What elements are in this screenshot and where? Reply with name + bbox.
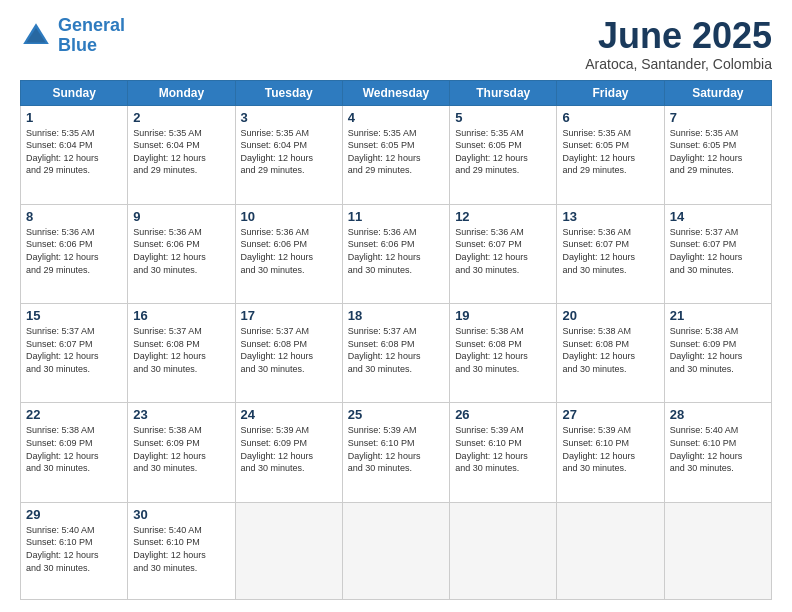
- page: General Blue June 2025 Aratoca, Santande…: [0, 0, 792, 612]
- day-info: Sunrise: 5:35 AM Sunset: 6:05 PM Dayligh…: [348, 127, 444, 177]
- day-number: 13: [562, 209, 658, 224]
- day-number: 27: [562, 407, 658, 422]
- day-info: Sunrise: 5:37 AM Sunset: 6:08 PM Dayligh…: [348, 325, 444, 375]
- day-number: 20: [562, 308, 658, 323]
- day-number: 23: [133, 407, 229, 422]
- calendar-week-row: 1Sunrise: 5:35 AM Sunset: 6:04 PM Daylig…: [21, 105, 772, 204]
- title-block: June 2025 Aratoca, Santander, Colombia: [585, 16, 772, 72]
- table-row: 11Sunrise: 5:36 AM Sunset: 6:06 PM Dayli…: [342, 204, 449, 303]
- calendar-table: Sunday Monday Tuesday Wednesday Thursday…: [20, 80, 772, 600]
- col-wednesday: Wednesday: [342, 80, 449, 105]
- table-row: 21Sunrise: 5:38 AM Sunset: 6:09 PM Dayli…: [664, 304, 771, 403]
- day-number: 30: [133, 507, 229, 522]
- day-number: 15: [26, 308, 122, 323]
- table-row: [450, 502, 557, 599]
- day-number: 11: [348, 209, 444, 224]
- day-info: Sunrise: 5:38 AM Sunset: 6:09 PM Dayligh…: [26, 424, 122, 474]
- day-info: Sunrise: 5:40 AM Sunset: 6:10 PM Dayligh…: [26, 524, 122, 574]
- table-row: 15Sunrise: 5:37 AM Sunset: 6:07 PM Dayli…: [21, 304, 128, 403]
- day-number: 14: [670, 209, 766, 224]
- day-number: 8: [26, 209, 122, 224]
- day-number: 22: [26, 407, 122, 422]
- day-info: Sunrise: 5:38 AM Sunset: 6:09 PM Dayligh…: [670, 325, 766, 375]
- table-row: 2Sunrise: 5:35 AM Sunset: 6:04 PM Daylig…: [128, 105, 235, 204]
- day-info: Sunrise: 5:37 AM Sunset: 6:08 PM Dayligh…: [241, 325, 337, 375]
- day-info: Sunrise: 5:36 AM Sunset: 6:06 PM Dayligh…: [241, 226, 337, 276]
- day-number: 5: [455, 110, 551, 125]
- day-info: Sunrise: 5:36 AM Sunset: 6:06 PM Dayligh…: [26, 226, 122, 276]
- table-row: [342, 502, 449, 599]
- day-number: 25: [348, 407, 444, 422]
- day-number: 28: [670, 407, 766, 422]
- day-number: 21: [670, 308, 766, 323]
- calendar-header-row: Sunday Monday Tuesday Wednesday Thursday…: [21, 80, 772, 105]
- table-row: 8Sunrise: 5:36 AM Sunset: 6:06 PM Daylig…: [21, 204, 128, 303]
- table-row: 23Sunrise: 5:38 AM Sunset: 6:09 PM Dayli…: [128, 403, 235, 502]
- day-number: 1: [26, 110, 122, 125]
- table-row: 6Sunrise: 5:35 AM Sunset: 6:05 PM Daylig…: [557, 105, 664, 204]
- day-info: Sunrise: 5:38 AM Sunset: 6:09 PM Dayligh…: [133, 424, 229, 474]
- day-info: Sunrise: 5:35 AM Sunset: 6:04 PM Dayligh…: [133, 127, 229, 177]
- day-info: Sunrise: 5:35 AM Sunset: 6:05 PM Dayligh…: [455, 127, 551, 177]
- day-info: Sunrise: 5:35 AM Sunset: 6:05 PM Dayligh…: [562, 127, 658, 177]
- table-row: 22Sunrise: 5:38 AM Sunset: 6:09 PM Dayli…: [21, 403, 128, 502]
- day-info: Sunrise: 5:37 AM Sunset: 6:08 PM Dayligh…: [133, 325, 229, 375]
- table-row: 4Sunrise: 5:35 AM Sunset: 6:05 PM Daylig…: [342, 105, 449, 204]
- table-row: 3Sunrise: 5:35 AM Sunset: 6:04 PM Daylig…: [235, 105, 342, 204]
- table-row: 30Sunrise: 5:40 AM Sunset: 6:10 PM Dayli…: [128, 502, 235, 599]
- day-info: Sunrise: 5:39 AM Sunset: 6:10 PM Dayligh…: [562, 424, 658, 474]
- day-info: Sunrise: 5:38 AM Sunset: 6:08 PM Dayligh…: [455, 325, 551, 375]
- day-number: 4: [348, 110, 444, 125]
- table-row: 26Sunrise: 5:39 AM Sunset: 6:10 PM Dayli…: [450, 403, 557, 502]
- day-number: 17: [241, 308, 337, 323]
- logo-text: General Blue: [58, 16, 125, 56]
- calendar-week-row: 8Sunrise: 5:36 AM Sunset: 6:06 PM Daylig…: [21, 204, 772, 303]
- day-info: Sunrise: 5:40 AM Sunset: 6:10 PM Dayligh…: [133, 524, 229, 574]
- logo-icon: [20, 20, 52, 52]
- day-number: 26: [455, 407, 551, 422]
- day-info: Sunrise: 5:37 AM Sunset: 6:07 PM Dayligh…: [670, 226, 766, 276]
- calendar-week-row: 22Sunrise: 5:38 AM Sunset: 6:09 PM Dayli…: [21, 403, 772, 502]
- table-row: 10Sunrise: 5:36 AM Sunset: 6:06 PM Dayli…: [235, 204, 342, 303]
- table-row: [557, 502, 664, 599]
- month-title: June 2025: [585, 16, 772, 56]
- calendar-week-row: 15Sunrise: 5:37 AM Sunset: 6:07 PM Dayli…: [21, 304, 772, 403]
- table-row: 19Sunrise: 5:38 AM Sunset: 6:08 PM Dayli…: [450, 304, 557, 403]
- table-row: 25Sunrise: 5:39 AM Sunset: 6:10 PM Dayli…: [342, 403, 449, 502]
- day-number: 12: [455, 209, 551, 224]
- table-row: 28Sunrise: 5:40 AM Sunset: 6:10 PM Dayli…: [664, 403, 771, 502]
- table-row: 7Sunrise: 5:35 AM Sunset: 6:05 PM Daylig…: [664, 105, 771, 204]
- table-row: 18Sunrise: 5:37 AM Sunset: 6:08 PM Dayli…: [342, 304, 449, 403]
- day-info: Sunrise: 5:39 AM Sunset: 6:10 PM Dayligh…: [348, 424, 444, 474]
- table-row: [235, 502, 342, 599]
- day-info: Sunrise: 5:38 AM Sunset: 6:08 PM Dayligh…: [562, 325, 658, 375]
- table-row: 12Sunrise: 5:36 AM Sunset: 6:07 PM Dayli…: [450, 204, 557, 303]
- day-number: 10: [241, 209, 337, 224]
- col-friday: Friday: [557, 80, 664, 105]
- col-monday: Monday: [128, 80, 235, 105]
- table-row: 14Sunrise: 5:37 AM Sunset: 6:07 PM Dayli…: [664, 204, 771, 303]
- day-number: 16: [133, 308, 229, 323]
- table-row: [664, 502, 771, 599]
- day-info: Sunrise: 5:36 AM Sunset: 6:07 PM Dayligh…: [562, 226, 658, 276]
- table-row: 13Sunrise: 5:36 AM Sunset: 6:07 PM Dayli…: [557, 204, 664, 303]
- col-saturday: Saturday: [664, 80, 771, 105]
- day-info: Sunrise: 5:36 AM Sunset: 6:06 PM Dayligh…: [348, 226, 444, 276]
- location: Aratoca, Santander, Colombia: [585, 56, 772, 72]
- day-info: Sunrise: 5:35 AM Sunset: 6:04 PM Dayligh…: [241, 127, 337, 177]
- day-info: Sunrise: 5:35 AM Sunset: 6:05 PM Dayligh…: [670, 127, 766, 177]
- col-thursday: Thursday: [450, 80, 557, 105]
- table-row: 17Sunrise: 5:37 AM Sunset: 6:08 PM Dayli…: [235, 304, 342, 403]
- day-info: Sunrise: 5:35 AM Sunset: 6:04 PM Dayligh…: [26, 127, 122, 177]
- table-row: 1Sunrise: 5:35 AM Sunset: 6:04 PM Daylig…: [21, 105, 128, 204]
- calendar-week-row: 29Sunrise: 5:40 AM Sunset: 6:10 PM Dayli…: [21, 502, 772, 599]
- col-sunday: Sunday: [21, 80, 128, 105]
- header: General Blue June 2025 Aratoca, Santande…: [20, 16, 772, 72]
- table-row: 27Sunrise: 5:39 AM Sunset: 6:10 PM Dayli…: [557, 403, 664, 502]
- day-number: 2: [133, 110, 229, 125]
- day-info: Sunrise: 5:40 AM Sunset: 6:10 PM Dayligh…: [670, 424, 766, 474]
- day-info: Sunrise: 5:39 AM Sunset: 6:10 PM Dayligh…: [455, 424, 551, 474]
- day-number: 3: [241, 110, 337, 125]
- col-tuesday: Tuesday: [235, 80, 342, 105]
- table-row: 9Sunrise: 5:36 AM Sunset: 6:06 PM Daylig…: [128, 204, 235, 303]
